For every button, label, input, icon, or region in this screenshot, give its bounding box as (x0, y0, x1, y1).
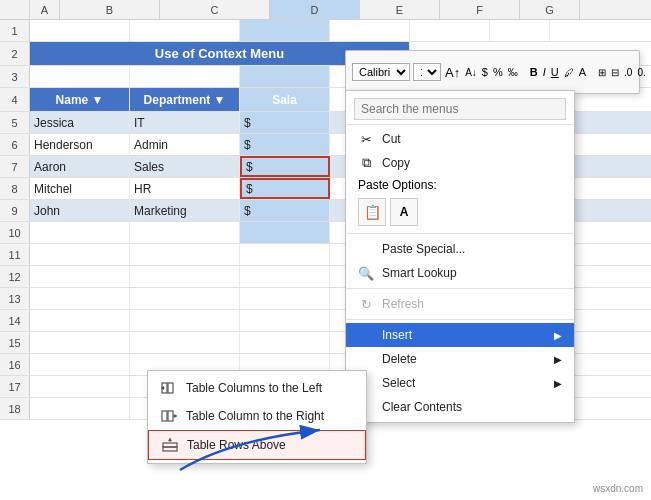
table-row: 1 (0, 20, 651, 42)
cell-dept[interactable]: HR (130, 178, 240, 199)
font-grow-button[interactable]: A↑ (444, 63, 461, 81)
font-color-button[interactable]: A (578, 63, 587, 81)
font-name-select[interactable]: Calibri (352, 63, 410, 81)
paste-options-group: 📋 A (346, 194, 574, 230)
dec-decimal-button[interactable]: .0 (623, 63, 633, 81)
cell-salary[interactable]: $ (240, 200, 330, 221)
cell[interactable] (130, 222, 240, 243)
row-num: 11 (0, 244, 30, 265)
menu-search-input[interactable] (354, 98, 566, 120)
formatting-toolbar: Calibri 11 A↑ A↓ $ % ‰ B I U 🖊 A ⊞ ⊟ .0 … (345, 50, 640, 94)
menu-separator (346, 319, 574, 320)
menu-item-cut-label: Cut (382, 132, 401, 146)
row-num: 2 (0, 42, 30, 65)
paste-options-text: Paste Options: (358, 178, 437, 192)
cell[interactable] (410, 20, 490, 41)
row-num: 7 (0, 156, 30, 177)
menu-item-copy[interactable]: ⧉ Copy (346, 151, 574, 175)
col-header-e[interactable]: E (360, 0, 440, 19)
cell[interactable] (130, 20, 240, 41)
refresh-label: Refresh (382, 297, 424, 311)
corner-header (0, 0, 30, 19)
cell[interactable] (240, 66, 330, 87)
row-num: 18 (0, 398, 30, 419)
menu-separator (346, 233, 574, 234)
col-header-a[interactable]: A (30, 0, 60, 19)
col-header-d[interactable]: D (270, 0, 360, 19)
menu-item-clear-contents[interactable]: Clear Contents (346, 395, 574, 419)
svg-rect-1 (168, 383, 173, 393)
borders-button[interactable]: ⊞ (597, 63, 607, 81)
cut-icon: ✂ (358, 131, 374, 147)
col-header-c[interactable]: C (160, 0, 270, 19)
percent-button[interactable]: % (492, 63, 504, 81)
cell-dept[interactable]: Marketing (130, 200, 240, 221)
cell-name[interactable]: Henderson (30, 134, 130, 155)
cell-name[interactable]: Mitchel (30, 178, 130, 199)
row-num: 8 (0, 178, 30, 199)
menu-separator (346, 288, 574, 289)
cell-salary-selected[interactable]: $ (240, 178, 330, 199)
cell[interactable] (30, 20, 130, 41)
row-num: 14 (0, 310, 30, 331)
comma-button[interactable]: ‰ (507, 63, 519, 81)
paste-special-icon (358, 241, 374, 257)
svg-marker-7 (174, 414, 177, 418)
cell-name[interactable]: Aaron (30, 156, 130, 177)
submenu-item-col-right[interactable]: Table Column to the Right (148, 402, 366, 430)
row-num: 9 (0, 200, 30, 221)
header-dept: Department ▼ (130, 88, 240, 111)
row-num: 17 (0, 376, 30, 397)
inc-decimal-button[interactable]: 0. (636, 63, 646, 81)
cell-dept[interactable]: Sales (130, 156, 240, 177)
cell[interactable] (330, 20, 410, 41)
row-num: 6 (0, 134, 30, 155)
cell-dept[interactable]: Admin (130, 134, 240, 155)
highlight-button[interactable]: 🖊 (563, 63, 575, 81)
menu-item-select[interactable]: Select ▶ (346, 371, 574, 395)
italic-button[interactable]: I (542, 63, 547, 81)
menu-item-paste-special[interactable]: Paste Special... (346, 237, 574, 261)
delete-arrow-icon: ▶ (554, 354, 562, 365)
cell[interactable] (30, 222, 130, 243)
col-header-b[interactable]: B (60, 0, 160, 19)
rows-above-label: Table Rows Above (187, 438, 286, 452)
currency-button[interactable]: $ (481, 63, 489, 81)
submenu-item-rows-above[interactable]: Table Rows Above (148, 430, 366, 460)
menu-item-smart-lookup[interactable]: 🔍 Smart Lookup (346, 261, 574, 285)
cell-name[interactable]: John (30, 200, 130, 221)
cell[interactable] (240, 222, 330, 243)
menu-item-cut[interactable]: ✂ Cut (346, 127, 574, 151)
col-header-g[interactable]: G (520, 0, 580, 19)
cell-salary[interactable]: $ (240, 134, 330, 155)
paste-icon-text[interactable]: A (390, 198, 418, 226)
header-name: Name ▼ (30, 88, 130, 111)
cell-dept[interactable]: IT (130, 112, 240, 133)
underline-button[interactable]: U (550, 63, 560, 81)
cell[interactable] (130, 66, 240, 87)
watermark: wsxdn.com (593, 483, 643, 494)
submenu-item-cols-left[interactable]: Table Columns to the Left (148, 374, 366, 402)
merge-button[interactable]: ⊟ (610, 63, 620, 81)
cell[interactable] (240, 20, 330, 41)
cell-salary[interactable]: $ (240, 112, 330, 133)
paste-special-label: Paste Special... (382, 242, 465, 256)
cell-name[interactable]: Jessica (30, 112, 130, 133)
cell-salary-selected[interactable]: $ (240, 156, 330, 177)
select-arrow-icon: ▶ (554, 378, 562, 389)
font-size-select[interactable]: 11 (413, 63, 441, 81)
row-num: 4 (0, 88, 30, 111)
menu-item-insert[interactable]: Insert ▶ (346, 323, 574, 347)
cell[interactable] (490, 20, 550, 41)
col-right-label: Table Column to the Right (186, 409, 324, 423)
col-header-f[interactable]: F (440, 0, 520, 19)
cell[interactable] (30, 66, 130, 87)
bold-button[interactable]: B (529, 63, 539, 81)
svg-rect-4 (162, 411, 167, 421)
font-shrink-button[interactable]: A↓ (464, 63, 478, 81)
svg-rect-8 (163, 443, 177, 447)
menu-item-delete[interactable]: Delete ▶ (346, 347, 574, 371)
menu-item-copy-label: Copy (382, 156, 410, 170)
paste-icon-clipboard[interactable]: 📋 (358, 198, 386, 226)
menu-item-refresh[interactable]: ↻ Refresh (346, 292, 574, 316)
